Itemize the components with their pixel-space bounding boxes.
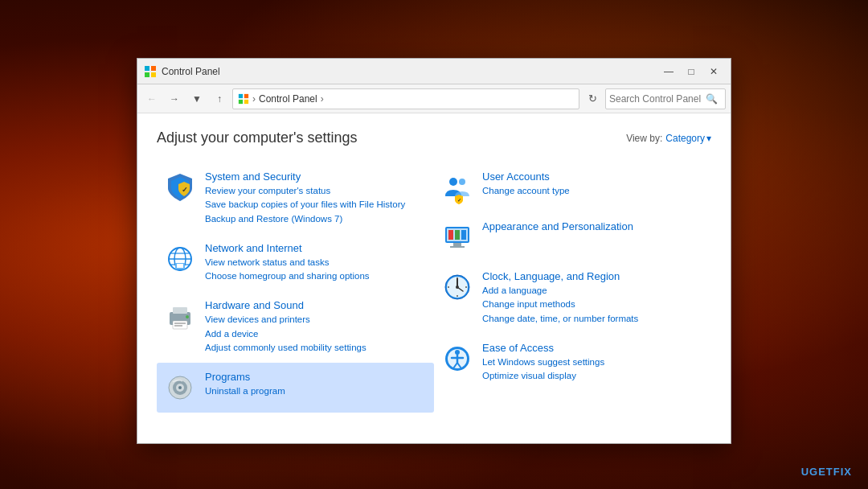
hardware-link-1[interactable]: View devices and printers [205, 313, 428, 327]
watermark-fix: FIX [833, 466, 852, 478]
address-bar: ← → ▼ ↑ › Control Panel › ↻ 🔍 [137, 84, 731, 113]
hardware-sound-icon [163, 299, 197, 333]
clock-link-1[interactable]: Add a language [482, 284, 705, 298]
path-separator: › [252, 93, 256, 105]
viewby-value-text: Category [665, 133, 705, 144]
window-icon [144, 65, 157, 78]
svg-text:✓: ✓ [182, 186, 188, 194]
programs-icon [163, 371, 197, 405]
clock-icon [440, 270, 474, 304]
watermark-u: U [801, 466, 809, 478]
svg-point-27 [459, 179, 465, 185]
close-button[interactable]: ✕ [703, 64, 724, 80]
user-accounts-text: User Accounts Change account type [482, 171, 705, 198]
programs-link-1[interactable]: Uninstall a program [205, 384, 428, 398]
system-security-title[interactable]: System and Security [205, 171, 428, 183]
search-icon[interactable]: 🔍 [706, 93, 718, 105]
ease-link-1[interactable]: Let Windows suggest settings [482, 355, 705, 369]
recent-locations-button[interactable]: ▼ [187, 89, 207, 109]
category-hardware-sound[interactable]: Hardware and Sound View devices and prin… [157, 291, 434, 363]
content-area: Adjust your computer's settings View by:… [137, 113, 731, 443]
system-security-link-1[interactable]: Review your computer's status [205, 184, 428, 198]
category-user-accounts[interactable]: ✓ User Accounts Change account type [434, 162, 711, 212]
programs-text: Programs Uninstall a program [205, 371, 428, 398]
ease-of-access-title[interactable]: Ease of Access [482, 342, 705, 354]
svg-rect-19 [174, 323, 186, 324]
viewby-arrow: ▾ [706, 133, 711, 144]
user-accounts-link-1[interactable]: Change account type [482, 184, 705, 198]
programs-title[interactable]: Programs [205, 371, 428, 383]
svg-rect-31 [453, 243, 461, 246]
svg-point-21 [186, 315, 189, 318]
network-internet-text: Network and Internet View network status… [205, 242, 428, 284]
ease-link-2[interactable]: Optimize visual display [482, 369, 705, 383]
forward-button[interactable]: → [165, 89, 184, 109]
svg-rect-17 [173, 307, 187, 314]
appearance-icon [440, 220, 474, 254]
viewby-label: View by: [626, 133, 662, 144]
network-internet-title[interactable]: Network and Internet [205, 242, 428, 254]
hardware-sound-title[interactable]: Hardware and Sound [205, 299, 428, 311]
search-box[interactable]: 🔍 [605, 88, 726, 109]
left-column: ✓ System and Security Review your comput… [157, 162, 434, 413]
control-panel-window: Control Panel — □ ✕ ← → ▼ ↑ › Control Pa… [137, 58, 731, 444]
category-clock[interactable]: Clock, Language, and Region Add a langua… [434, 262, 711, 334]
view-by-control: View by: Category ▾ [626, 133, 711, 144]
svg-rect-5 [244, 93, 248, 97]
svg-text:✓: ✓ [457, 198, 461, 203]
clock-title[interactable]: Clock, Language, and Region [482, 270, 705, 282]
up-button[interactable]: ↑ [210, 89, 229, 109]
hardware-sound-text: Hardware and Sound View devices and prin… [205, 299, 428, 355]
category-ease-of-access[interactable]: Ease of Access Let Windows suggest setti… [434, 334, 711, 392]
hardware-link-2[interactable]: Add a device [205, 327, 428, 341]
minimize-button[interactable]: — [658, 64, 679, 80]
category-system-security[interactable]: ✓ System and Security Review your comput… [157, 162, 434, 234]
user-accounts-title[interactable]: User Accounts [482, 171, 705, 183]
svg-rect-0 [145, 66, 149, 71]
viewby-dropdown[interactable]: Category ▾ [665, 133, 711, 144]
svg-rect-33 [448, 230, 453, 240]
search-input[interactable] [609, 93, 706, 105]
category-programs[interactable]: Programs Uninstall a program [157, 363, 434, 413]
path-text: Control Panel [259, 93, 317, 105]
clock-text: Clock, Language, and Region Add a langua… [482, 270, 705, 326]
svg-point-26 [449, 178, 457, 186]
network-link-2[interactable]: Choose homegroup and sharing options [205, 269, 428, 283]
page-title: Adjust your computer's settings [157, 129, 358, 146]
ease-of-access-icon [440, 342, 474, 376]
svg-point-25 [178, 386, 182, 389]
svg-rect-4 [239, 93, 243, 97]
svg-rect-35 [461, 230, 466, 240]
refresh-button[interactable]: ↻ [583, 89, 602, 109]
watermark-get: GET [809, 466, 833, 478]
maximize-button[interactable]: □ [681, 64, 702, 80]
svg-rect-15 [177, 264, 183, 268]
ease-of-access-text: Ease of Access Let Windows suggest setti… [482, 342, 705, 384]
right-column: ✓ User Accounts Change account type [434, 162, 711, 413]
back-button[interactable]: ← [142, 89, 162, 109]
address-path[interactable]: › Control Panel › [232, 88, 579, 109]
system-security-text: System and Security Review your computer… [205, 171, 428, 226]
window-controls: — □ ✕ [658, 64, 724, 80]
watermark: UGETFIX [801, 466, 852, 478]
network-link-1[interactable]: View network status and tasks [205, 256, 428, 269]
appearance-title[interactable]: Appearance and Personalization [482, 220, 705, 232]
content-header: Adjust your computer's settings View by:… [157, 129, 711, 146]
svg-rect-2 [145, 72, 149, 77]
svg-rect-34 [455, 230, 460, 240]
category-network-internet[interactable]: Network and Internet View network status… [157, 234, 434, 292]
user-accounts-icon: ✓ [440, 171, 474, 204]
categories-grid: ✓ System and Security Review your comput… [157, 162, 711, 413]
category-appearance[interactable]: Appearance and Personalization [434, 212, 711, 262]
clock-link-3[interactable]: Change date, time, or number formats [482, 312, 705, 326]
clock-link-2[interactable]: Change input methods [482, 298, 705, 311]
window-title: Control Panel [162, 66, 658, 77]
path-end-arrow: › [321, 93, 324, 105]
hardware-link-3[interactable]: Adjust commonly used mobility settings [205, 341, 428, 355]
svg-rect-20 [174, 325, 182, 327]
system-security-link-2[interactable]: Save backup copies of your files with Fi… [205, 198, 428, 212]
title-bar: Control Panel — □ ✕ [137, 59, 731, 84]
svg-rect-32 [450, 246, 465, 248]
network-internet-icon [163, 242, 197, 276]
system-security-link-3[interactable]: Backup and Restore (Windows 7) [205, 212, 428, 226]
